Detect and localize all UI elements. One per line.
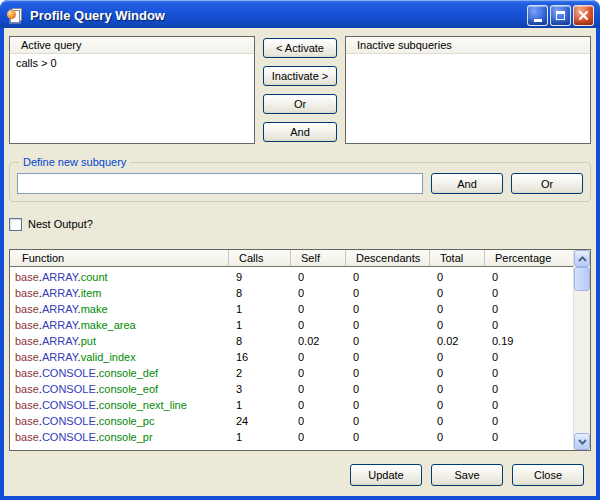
titlebar[interactable]: Profile Query Window bbox=[0, 0, 600, 28]
cell-descendants: 0 bbox=[345, 335, 429, 347]
table-row[interactable]: base.CONSOLE.console_next_line10000 bbox=[10, 397, 573, 413]
minimize-icon[interactable] bbox=[527, 5, 548, 26]
table-row[interactable]: base.ARRAY.make10000 bbox=[10, 301, 573, 317]
and-button[interactable]: And bbox=[263, 122, 337, 142]
scroll-up-icon[interactable] bbox=[574, 250, 590, 267]
cell-self: 0 bbox=[290, 319, 345, 331]
active-query-header: Active query bbox=[10, 37, 254, 54]
cell-self: 0 bbox=[290, 367, 345, 379]
nest-output-label: Nest Output? bbox=[28, 218, 93, 230]
subquery-and-button[interactable]: And bbox=[431, 173, 503, 194]
cell-percentage: 0 bbox=[484, 431, 573, 443]
cell-calls: 9 bbox=[228, 271, 290, 283]
function-name: base.ARRAY.make_area bbox=[10, 319, 228, 331]
activate-button[interactable]: < Activate bbox=[263, 38, 337, 58]
cell-descendants: 0 bbox=[345, 367, 429, 379]
active-query-panel: Active query calls > 0 bbox=[9, 36, 255, 144]
cell-calls: 16 bbox=[228, 351, 290, 363]
table-row[interactable]: base.CONSOLE.console_eof30000 bbox=[10, 381, 573, 397]
define-subquery-group: Define new subquery And Or bbox=[9, 162, 591, 202]
cell-calls: 1 bbox=[228, 319, 290, 331]
cell-descendants: 0 bbox=[345, 415, 429, 427]
inactive-subqueries-list[interactable] bbox=[346, 54, 590, 143]
scrollbar-thumb[interactable] bbox=[574, 267, 590, 291]
function-name: base.CONSOLE.console_pc bbox=[10, 415, 228, 427]
table-body: base.ARRAY.count90000base.ARRAY.item8000… bbox=[10, 267, 573, 450]
table-row[interactable]: base.ARRAY.put80.0200.020.19 bbox=[10, 333, 573, 349]
cell-total: 0 bbox=[429, 271, 484, 283]
close-icon[interactable] bbox=[573, 5, 594, 26]
subquery-or-button[interactable]: Or bbox=[511, 173, 583, 194]
table-header: Function Calls Self Descendants Total Pe… bbox=[10, 250, 573, 267]
close-dialog-button[interactable]: Close bbox=[512, 464, 584, 486]
function-name: base.ARRAY.put bbox=[10, 335, 228, 347]
cell-calls: 8 bbox=[228, 335, 290, 347]
update-button[interactable]: Update bbox=[350, 464, 422, 486]
define-subquery-label: Define new subquery bbox=[19, 156, 130, 168]
vertical-scrollbar[interactable] bbox=[573, 250, 590, 450]
maximize-icon[interactable] bbox=[550, 5, 571, 26]
cell-percentage: 0 bbox=[484, 351, 573, 363]
cell-total: 0 bbox=[429, 399, 484, 411]
table-row[interactable]: base.ARRAY.make_area10000 bbox=[10, 317, 573, 333]
inactive-subqueries-header: Inactive subqueries bbox=[346, 37, 590, 54]
nest-output-checkbox[interactable] bbox=[9, 218, 22, 231]
cell-percentage: 0 bbox=[484, 319, 573, 331]
cell-calls: 1 bbox=[228, 431, 290, 443]
column-header-calls[interactable]: Calls bbox=[228, 250, 290, 266]
cell-descendants: 0 bbox=[345, 303, 429, 315]
scroll-down-icon[interactable] bbox=[574, 433, 590, 450]
cell-percentage: 0 bbox=[484, 415, 573, 427]
table-row[interactable]: base.CONSOLE.console_pc240000 bbox=[10, 413, 573, 429]
inactivate-button[interactable]: Inactivate > bbox=[263, 66, 337, 86]
cell-percentage: 0 bbox=[484, 367, 573, 379]
table-row[interactable]: base.ARRAY.item80000 bbox=[10, 285, 573, 301]
function-name: base.CONSOLE.console_pr bbox=[10, 431, 228, 443]
column-header-descendants[interactable]: Descendants bbox=[345, 250, 429, 266]
save-button[interactable]: Save bbox=[431, 464, 503, 486]
cell-calls: 8 bbox=[228, 287, 290, 299]
table-row[interactable]: base.CONSOLE.console_def20000 bbox=[10, 365, 573, 381]
cell-total: 0 bbox=[429, 367, 484, 379]
cell-calls: 1 bbox=[228, 303, 290, 315]
inactive-subqueries-panel: Inactive subqueries bbox=[345, 36, 591, 144]
cell-percentage: 0 bbox=[484, 287, 573, 299]
cell-calls: 1 bbox=[228, 399, 290, 411]
cell-self: 0 bbox=[290, 383, 345, 395]
subquery-input[interactable] bbox=[17, 173, 423, 194]
cell-total: 0 bbox=[429, 383, 484, 395]
table-row[interactable]: base.ARRAY.valid_index160000 bbox=[10, 349, 573, 365]
cell-self: 0 bbox=[290, 351, 345, 363]
active-query-list[interactable]: calls > 0 bbox=[10, 54, 254, 143]
dialog-client-area: Active query calls > 0 < Activate Inacti… bbox=[4, 28, 596, 496]
cell-calls: 2 bbox=[228, 367, 290, 379]
cell-percentage: 0 bbox=[484, 383, 573, 395]
or-button[interactable]: Or bbox=[263, 94, 337, 114]
cell-total: 0 bbox=[429, 351, 484, 363]
cell-descendants: 0 bbox=[345, 399, 429, 411]
cell-descendants: 0 bbox=[345, 431, 429, 443]
column-header-function[interactable]: Function bbox=[10, 250, 228, 266]
cell-descendants: 0 bbox=[345, 271, 429, 283]
list-item[interactable]: calls > 0 bbox=[10, 56, 254, 70]
table-row[interactable]: base.CONSOLE.console_pr10000 bbox=[10, 429, 573, 445]
cell-total: 0.02 bbox=[429, 335, 484, 347]
cell-descendants: 0 bbox=[345, 383, 429, 395]
cell-total: 0 bbox=[429, 319, 484, 331]
column-header-self[interactable]: Self bbox=[290, 250, 345, 266]
cell-self: 0 bbox=[290, 287, 345, 299]
column-header-total[interactable]: Total bbox=[429, 250, 484, 266]
function-name: base.ARRAY.make bbox=[10, 303, 228, 315]
function-name: base.ARRAY.item bbox=[10, 287, 228, 299]
cell-self: 0 bbox=[290, 415, 345, 427]
scrollbar-track[interactable] bbox=[574, 291, 590, 433]
window-title: Profile Query Window bbox=[30, 8, 527, 23]
cell-percentage: 0 bbox=[484, 271, 573, 283]
profile-query-window: Profile Query Window Active query calls … bbox=[0, 0, 600, 500]
table-row[interactable]: base.ARRAY.count90000 bbox=[10, 269, 573, 285]
cell-calls: 3 bbox=[228, 383, 290, 395]
app-icon bbox=[7, 8, 24, 23]
column-header-percentage[interactable]: Percentage bbox=[484, 250, 573, 266]
cell-calls: 24 bbox=[228, 415, 290, 427]
cell-percentage: 0 bbox=[484, 303, 573, 315]
